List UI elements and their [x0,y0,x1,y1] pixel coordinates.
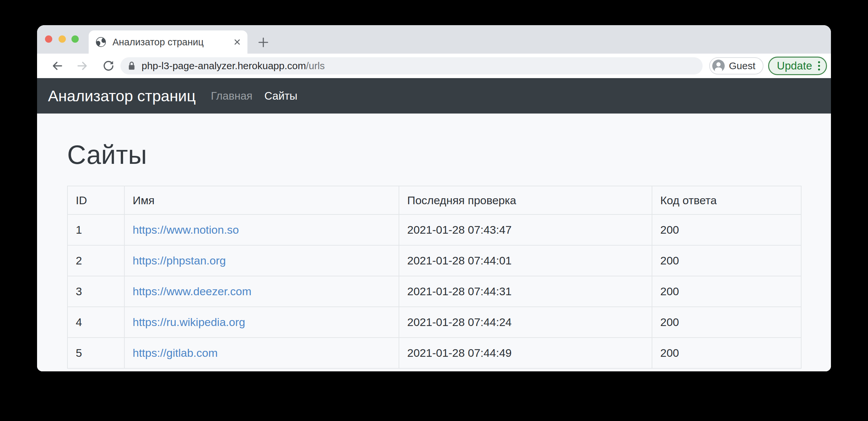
update-label: Update [777,60,812,72]
page-content: Сайты ID Имя Последняя проверка Код отве… [37,114,831,371]
nav-link-home[interactable]: Главная [211,90,253,102]
cell-last-check: 2021-01-28 07:44:31 [399,276,652,307]
site-navbar: Анализатор страниц Главная Сайты [37,78,831,114]
table-row: 3 https://www.deezer.com 2021-01-28 07:4… [67,276,801,307]
url-host: php-l3-page-analyzer.herokuapp.com [142,60,306,71]
back-button-icon[interactable] [50,59,63,72]
cell-id: 2 [67,245,124,276]
lock-icon[interactable] [128,61,135,71]
cell-status: 200 [652,307,801,338]
nav-link-sites[interactable]: Сайты [264,90,298,102]
url-link[interactable]: https://www.notion.so [133,223,239,236]
col-header-id: ID [67,186,124,214]
tab-close-icon[interactable] [233,38,242,46]
tab-title: Анализатор страниц [113,37,233,48]
cell-id: 4 [67,307,124,338]
cell-id: 3 [67,276,124,307]
cell-id: 5 [67,338,124,368]
table-row: 1 https://www.notion.so 2021-01-28 07:43… [67,214,801,245]
urls-table: ID Имя Последняя проверка Код ответа 1 h… [67,186,802,369]
globe-favicon-icon [96,37,106,47]
url-link[interactable]: https://gitlab.com [133,347,218,359]
forward-button-icon[interactable] [76,59,89,72]
cell-status: 200 [652,214,801,245]
kebab-menu-icon [817,59,821,72]
url-path: /urls [306,60,325,71]
chrome-update-button[interactable]: Update [768,57,827,75]
reload-button-icon[interactable] [102,59,115,72]
profile-guest-button[interactable]: Guest [709,57,764,74]
cell-name: https://www.deezer.com [124,276,399,307]
table-header-row: ID Имя Последняя проверка Код ответа [67,186,801,214]
url-link[interactable]: https://www.deezer.com [133,285,251,298]
cell-last-check: 2021-01-28 07:44:24 [399,307,652,338]
browser-tab[interactable]: Анализатор страниц [89,30,247,54]
cell-name: https://phpstan.org [124,245,399,276]
traffic-light-zoom-button[interactable] [71,35,79,43]
table-row: 5 https://gitlab.com 2021-01-28 07:44:49… [67,338,801,368]
cell-id: 1 [67,214,124,245]
browser-toolbar: php-l3-page-analyzer.herokuapp.com/urls … [37,54,831,78]
url-link[interactable]: https://ru.wikipedia.org [133,316,245,328]
cell-status: 200 [652,338,801,368]
cell-name: https://gitlab.com [124,338,399,368]
url-text: php-l3-page-analyzer.herokuapp.com/urls [142,60,325,71]
cell-name: https://ru.wikipedia.org [124,307,399,338]
guest-label: Guest [729,60,755,71]
table-row: 2 https://phpstan.org 2021-01-28 07:44:0… [67,245,801,276]
navbar-brand[interactable]: Анализатор страниц [48,87,196,105]
table-row: 4 https://ru.wikipedia.org 2021-01-28 07… [67,307,801,338]
col-header-last-check: Последняя проверка [399,186,652,214]
address-bar[interactable]: php-l3-page-analyzer.herokuapp.com/urls [120,57,703,74]
urls-table-wrap: ID Имя Последняя проверка Код ответа 1 h… [67,186,801,369]
page-title: Сайты [67,139,147,171]
cell-last-check: 2021-01-28 07:43:47 [399,214,652,245]
avatar-icon [712,60,725,72]
traffic-light-close-button[interactable] [45,35,52,43]
col-header-status: Код ответа [652,186,801,214]
traffic-light-minimize-button[interactable] [59,35,66,43]
cell-last-check: 2021-01-28 07:44:49 [399,338,652,368]
new-tab-plus-icon[interactable] [257,36,269,48]
cell-name: https://www.notion.so [124,214,399,245]
cell-last-check: 2021-01-28 07:44:01 [399,245,652,276]
col-header-name: Имя [124,186,399,214]
cell-status: 200 [652,245,801,276]
cell-status: 200 [652,276,801,307]
url-link[interactable]: https://phpstan.org [133,254,226,267]
browser-window: Анализатор страниц php-l3-page-analyzer.… [37,25,831,371]
tab-strip: Анализатор страниц [37,25,831,54]
